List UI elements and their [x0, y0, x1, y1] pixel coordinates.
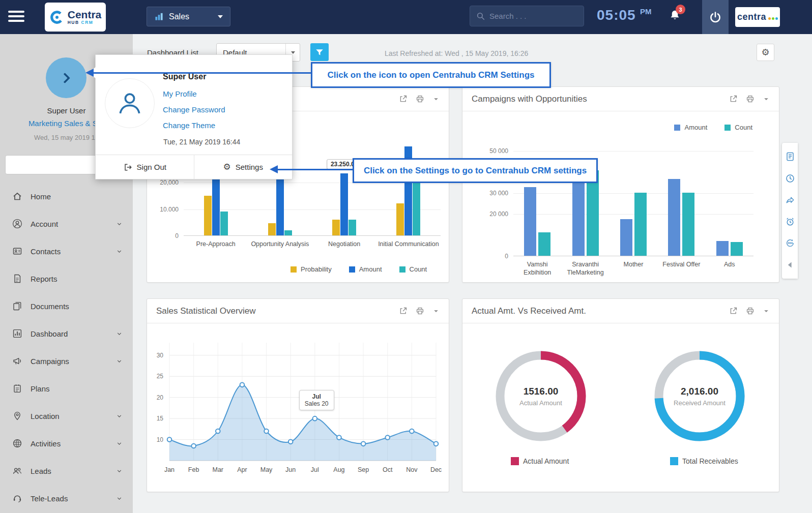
gridline	[513, 151, 753, 152]
svg-text:20: 20	[157, 394, 164, 401]
print-icon[interactable]	[416, 307, 424, 315]
chevron-down-icon[interactable]	[763, 308, 770, 315]
y-axis-tick: 30 000	[479, 190, 508, 197]
data-point-mar[interactable]	[216, 429, 220, 434]
menu-icon[interactable]	[8, 11, 24, 24]
campaigns-icon	[12, 356, 22, 366]
collapse-icon[interactable]	[785, 260, 795, 270]
my-profile-link[interactable]: My Profile	[163, 89, 197, 98]
brand-text: centra	[737, 12, 766, 22]
sidebar-item-reports[interactable]: Reports	[0, 265, 133, 292]
bar-amount-mother[interactable]	[620, 219, 632, 256]
module-selector[interactable]: Sales	[147, 7, 230, 26]
external-link-icon[interactable]	[729, 95, 738, 103]
report-icon[interactable]	[785, 152, 795, 162]
data-point-jan[interactable]	[167, 437, 172, 442]
bar-count-pre-approach[interactable]	[220, 212, 228, 235]
data-point-may[interactable]	[264, 429, 269, 434]
bar-count-ads[interactable]	[731, 242, 743, 256]
card-title: Campaigns with Opportunities	[472, 94, 721, 104]
data-point-feb[interactable]	[191, 444, 196, 448]
search-input[interactable]: Search . . .	[470, 6, 584, 26]
bar-count-mother[interactable]	[634, 193, 647, 256]
bar-count-festival-offer[interactable]	[682, 193, 694, 256]
data-point-apr[interactable]	[240, 383, 245, 387]
bar-amount-festival-offer[interactable]	[668, 179, 680, 256]
bar-probability-initial-communication[interactable]	[396, 203, 404, 235]
data-point-oct[interactable]	[385, 435, 390, 440]
bar-amount-opportunity-analysis[interactable]	[276, 170, 284, 235]
data-point-jun[interactable]	[288, 439, 293, 444]
donut-actual-amount: 1516.00Actual Amount	[492, 348, 589, 444]
history-icon[interactable]	[785, 173, 795, 184]
bar-amount-ads[interactable]	[716, 241, 729, 256]
bar-count-vamshi-exbihition[interactable]	[538, 232, 550, 256]
data-point-dec[interactable]	[434, 442, 439, 446]
chevron-down-icon	[116, 413, 123, 419]
x-axis-label: Negotiation	[312, 240, 376, 249]
filter-button[interactable]	[310, 43, 329, 61]
sidebar-item-plans[interactable]: Plans	[0, 375, 133, 402]
svg-text:360: 360	[787, 242, 793, 245]
card-header: Sales Statistical Overview	[147, 299, 449, 323]
legend-item-count: Count	[399, 265, 427, 273]
bar-amount-negotiation[interactable]	[340, 173, 348, 235]
print-icon[interactable]	[746, 307, 755, 315]
gridline	[513, 193, 753, 194]
sidebar-item-dashboard[interactable]: Dashboard	[0, 320, 133, 347]
external-link-icon[interactable]	[399, 95, 408, 103]
svg-text:Aug: Aug	[333, 466, 344, 473]
legend-item-amount: Amount	[349, 265, 382, 273]
bar-probability-opportunity-analysis[interactable]	[268, 223, 276, 235]
sidebar-item-documents[interactable]: Documents	[0, 292, 133, 320]
chevron-down-icon[interactable]	[432, 96, 440, 103]
app-logo[interactable]: Centra HUB CRM	[45, 3, 106, 32]
power-button[interactable]	[702, 0, 729, 34]
sidebar-item-contacts[interactable]: Contacts	[0, 237, 133, 265]
settings-label: Settings	[236, 163, 263, 171]
chevron-down-icon[interactable]	[763, 96, 770, 103]
data-point-nov[interactable]	[410, 429, 414, 434]
sidebar-item-campaigns[interactable]: Campaigns	[0, 347, 133, 375]
legend-item-count: Count	[724, 124, 752, 131]
data-point-aug[interactable]	[337, 435, 341, 440]
sidebar-item-leads[interactable]: Leads	[0, 457, 133, 485]
change-password-link[interactable]: Change Password	[163, 105, 225, 114]
svg-text:May: May	[260, 466, 273, 473]
logo-sub-crm: CRM	[81, 20, 94, 25]
sidebar-item-activities[interactable]: Activities	[0, 430, 133, 457]
share-icon[interactable]	[785, 195, 795, 205]
bar-probability-pre-approach[interactable]	[204, 196, 212, 235]
sidebar-item-home[interactable]: Home	[0, 183, 133, 210]
dashboard-settings-button[interactable]: ⚙	[757, 44, 774, 61]
legend-item-total-receivables: Total Receivables	[670, 457, 738, 465]
bar-count-sravanthi-tlemarketing[interactable]	[587, 170, 599, 256]
chart-legend: AmountCount	[674, 124, 752, 131]
bar-count-opportunity-analysis[interactable]	[284, 230, 292, 235]
sidebar-item-tele-leads[interactable]: Tele-Leads	[0, 485, 133, 512]
data-point-sep[interactable]	[361, 442, 366, 446]
external-link-icon[interactable]	[399, 307, 408, 315]
sign-out-button[interactable]: Sign Out	[96, 155, 194, 179]
bar-count-negotiation[interactable]	[349, 220, 356, 235]
sidebar-item-location[interactable]: Location	[0, 402, 133, 430]
alarm-icon[interactable]	[785, 217, 795, 227]
donut-value: 1516.00	[524, 386, 559, 397]
bar-probability-negotiation[interactable]	[332, 220, 340, 235]
data-point-jul[interactable]	[313, 416, 317, 421]
deg360-icon[interactable]: 360	[785, 238, 795, 248]
sidebar-item-account[interactable]: Account	[0, 210, 133, 237]
chevron-down-icon	[116, 248, 123, 255]
chevron-down-icon[interactable]	[432, 308, 440, 315]
card-title: Actual Amt. Vs Received Amt.	[472, 306, 721, 316]
donut-label: Received Amount	[674, 399, 726, 407]
change-theme-link[interactable]: Change Theme	[163, 121, 215, 130]
user-avatar[interactable]	[46, 57, 86, 98]
external-link-icon[interactable]	[729, 307, 738, 315]
bar-amount-vamshi-exbihition[interactable]	[524, 187, 536, 256]
notifications-button[interactable]: 3	[669, 9, 681, 24]
svg-text:Jun: Jun	[285, 466, 296, 473]
print-icon[interactable]	[416, 95, 424, 103]
chevron-down-icon	[116, 330, 123, 337]
print-icon[interactable]	[746, 95, 755, 103]
